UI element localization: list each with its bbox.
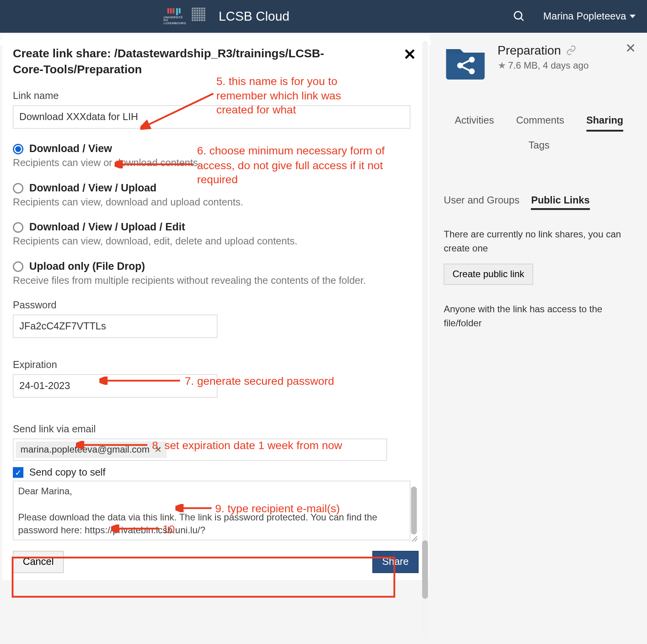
subtab-public-links[interactable]: Public Links [531,195,590,210]
svg-rect-2 [173,8,175,14]
remove-chip-icon[interactable]: ✕ [154,444,162,455]
email-recipients-input[interactable]: marina.popleteeva@gmail.com ✕ [13,439,387,461]
svg-point-8 [469,57,475,63]
svg-rect-3 [176,8,178,15]
radio-desc: Receive files from multiple recipients w… [13,275,419,287]
lcsb-logo [192,8,209,25]
link-name-input[interactable] [13,105,410,129]
svg-rect-4 [179,8,181,14]
send-email-label: Send link via email [13,423,419,435]
radio-icon [13,143,23,154]
chevron-down-icon [630,15,636,18]
logo-block: UNIVERSITÉ DULUXEMBOURG LCSB Cloud [164,8,290,25]
user-menu[interactable]: Marina Popleteeva [543,11,636,22]
university-logo: UNIVERSITÉ DULUXEMBOURG [164,8,186,25]
link-name-label: Link name [13,90,419,102]
radio-desc: Recipients can view, download and upload… [13,196,419,208]
radio-label: Download / View / Upload / Edit [29,221,185,234]
email-message-textarea[interactable] [13,481,410,540]
modal-title: Create link share: /Datastewardship_R3/t… [13,46,340,77]
send-copy-self-label: Send copy to self [29,467,106,478]
svg-line-6 [521,18,523,21]
expiration-label: Expiration [13,359,419,371]
radio-label: Download / View [29,143,112,155]
anyone-note: Anyone with the link has access to the f… [444,303,635,331]
details-panel: ✕ Preparation ★ [431,33,647,54]
password-input[interactable] [13,315,217,338]
search-icon[interactable] [513,10,526,23]
radio-download-view[interactable]: Download / View [13,143,419,155]
radio-label: Upload only (File Drop) [29,260,145,273]
radio-desc: Recipients can view or download contents… [13,157,419,169]
cancel-button[interactable]: Cancel [13,551,64,573]
close-icon[interactable]: ✕ [403,46,416,64]
brand-title: LCSB Cloud [219,9,290,24]
radio-download-view-upload-edit[interactable]: Download / View / Upload / Edit [13,221,419,234]
radio-label: Download / View / Upload [29,182,157,195]
subtab-users-groups[interactable]: User and Groups [444,195,520,210]
tab-activities[interactable]: Activities [455,111,494,132]
share-button[interactable]: Share [372,551,419,573]
svg-point-9 [469,69,475,74]
resize-handle-icon[interactable] [409,533,417,541]
password-label: Password [13,299,419,311]
email-chip-text: marina.popleteeva@gmail.com [21,444,150,455]
create-link-share-modal: ✕ Create link share: /Datastewardship_R3… [2,35,429,580]
link-icon [566,45,576,56]
svg-rect-0 [167,8,169,14]
tab-comments[interactable]: Comments [516,111,564,132]
expiration-input[interactable] [13,374,217,398]
user-name: Marina Popleteeva [543,11,626,22]
folder-share-icon [444,43,487,80]
details-size: 7.6 MB, 4 days ago [508,60,589,71]
send-copy-self-checkbox[interactable]: ✓ [13,467,23,478]
radio-download-view-upload[interactable]: Download / View / Upload [13,182,419,195]
create-public-link-button[interactable]: Create public link [444,264,533,285]
tab-sharing[interactable]: Sharing [586,111,623,132]
star-icon[interactable]: ★ [498,60,506,71]
radio-upload-only[interactable]: Upload only (File Drop) [13,260,419,273]
modal-scrollbar-thumb[interactable] [422,540,428,599]
email-chip: marina.popleteeva@gmail.com ✕ [16,442,167,458]
textarea-scrollbar[interactable] [411,487,417,534]
close-icon[interactable]: ✕ [625,41,636,56]
svg-point-5 [514,12,522,19]
radio-icon [13,222,23,232]
radio-desc: Recipients can view, download, edit, del… [13,236,419,248]
tab-tags[interactable]: Tags [444,140,635,152]
app-header: UNIVERSITÉ DULUXEMBOURG LCSB Cloud Marin… [0,0,647,33]
radio-icon [13,183,23,193]
file-list-background [0,33,431,34]
no-links-text: There are currently no link shares, you … [444,228,635,256]
svg-rect-1 [170,8,172,14]
radio-icon [13,261,23,272]
details-title: Preparation [498,43,561,57]
